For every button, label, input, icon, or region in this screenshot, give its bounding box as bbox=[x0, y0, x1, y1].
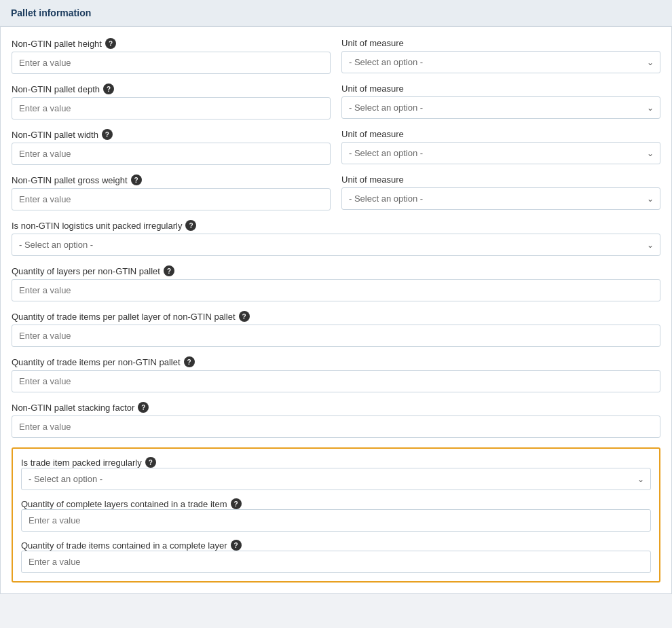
col-pallet-depth: Non-GTIN pallet depth ? bbox=[12, 84, 331, 119]
col-pallet-height: Non-GTIN pallet height ? bbox=[12, 38, 331, 74]
label-pallet-depth: Non-GTIN pallet depth ? bbox=[12, 84, 331, 94]
help-icon-trade-item-packed-irregularly[interactable]: ? bbox=[145, 457, 156, 468]
form-body: Non-GTIN pallet height ? Unit of measure… bbox=[0, 26, 672, 594]
select-wrapper-logistics-packed: - Select an option - ⌄ bbox=[12, 234, 660, 256]
label-logistics-packed-irregularly: Is non-GTIN logistics unit packed irregu… bbox=[12, 220, 660, 231]
select-trade-item-packed-irregularly[interactable]: - Select an option - bbox=[21, 468, 651, 490]
help-icon-quantity-complete-layers[interactable]: ? bbox=[231, 498, 242, 509]
label-trade-item-packed-irregularly: Is trade item packed irregularly ? bbox=[21, 457, 651, 468]
group-quantity-trade-items-complete-layer: Quantity of trade items contained in a c… bbox=[21, 540, 651, 573]
label-quantity-items-per-pallet: Quantity of trade items per non-GTIN pal… bbox=[12, 356, 660, 367]
col-pallet-width-unit: Unit of measure - Select an option - ⌄ bbox=[341, 129, 660, 164]
select-width-unit[interactable]: - Select an option - bbox=[341, 142, 660, 164]
label-pallet-gross-weight-unit: Unit of measure bbox=[341, 174, 660, 185]
label-pallet-depth-unit: Unit of measure bbox=[341, 84, 660, 94]
col-pallet-gross-weight-unit: Unit of measure - Select an option - ⌄ bbox=[341, 174, 660, 210]
help-icon-logistics-packed-irregularly[interactable]: ? bbox=[185, 220, 196, 231]
help-icon-quantity-trade-items-complete-layer[interactable]: ? bbox=[231, 540, 242, 551]
col-pallet-width: Non-GTIN pallet width ? bbox=[12, 129, 331, 165]
label-pallet-width-unit: Unit of measure bbox=[341, 129, 660, 139]
input-quantity-complete-layers[interactable] bbox=[21, 509, 651, 532]
col-pallet-gross-weight: Non-GTIN pallet gross weight ? bbox=[12, 174, 331, 210]
select-logistics-packed-irregularly[interactable]: - Select an option - bbox=[12, 234, 660, 256]
select-wrapper-depth-unit: - Select an option - ⌄ bbox=[341, 96, 660, 119]
label-pallet-height: Non-GTIN pallet height ? bbox=[12, 38, 331, 49]
help-icon-stacking-factor[interactable]: ? bbox=[138, 402, 149, 413]
row-quantity-layers: Quantity of layers per non-GTIN pallet ? bbox=[12, 265, 660, 301]
col-quantity-items-per-layer: Quantity of trade items per pallet layer… bbox=[12, 311, 660, 347]
help-icon-pallet-gross-weight[interactable]: ? bbox=[131, 174, 142, 185]
input-quantity-items-per-layer[interactable] bbox=[12, 325, 660, 347]
help-icon-quantity-items-per-pallet[interactable]: ? bbox=[184, 356, 195, 367]
section-header: Pallet information bbox=[0, 0, 672, 26]
row-quantity-items-per-layer: Quantity of trade items per pallet layer… bbox=[12, 311, 660, 347]
col-stacking-factor: Non-GTIN pallet stacking factor ? bbox=[12, 402, 660, 438]
input-pallet-width[interactable] bbox=[12, 143, 331, 165]
row-pallet-depth: Non-GTIN pallet depth ? Unit of measure … bbox=[12, 84, 660, 119]
label-quantity-layers: Quantity of layers per non-GTIN pallet ? bbox=[12, 265, 660, 276]
help-icon-pallet-height[interactable]: ? bbox=[105, 38, 116, 49]
label-pallet-gross-weight: Non-GTIN pallet gross weight ? bbox=[12, 174, 331, 185]
label-pallet-width: Non-GTIN pallet width ? bbox=[12, 129, 331, 140]
label-quantity-complete-layers: Quantity of complete layers contained in… bbox=[21, 498, 651, 509]
select-wrapper-trade-item-packed: - Select an option - ⌄ bbox=[21, 468, 651, 490]
section-title: Pallet information bbox=[11, 7, 91, 18]
col-logistics-packed-irregularly: Is non-GTIN logistics unit packed irregu… bbox=[12, 220, 660, 256]
col-pallet-depth-unit: Unit of measure - Select an option - ⌄ bbox=[341, 84, 660, 119]
help-icon-quantity-layers[interactable]: ? bbox=[164, 265, 174, 276]
label-stacking-factor: Non-GTIN pallet stacking factor ? bbox=[12, 402, 660, 413]
input-pallet-gross-weight[interactable] bbox=[12, 188, 331, 210]
col-quantity-items-per-pallet: Quantity of trade items per non-GTIN pal… bbox=[12, 356, 660, 392]
select-wrapper-height-unit: - Select an option - ⌄ bbox=[341, 51, 660, 73]
input-quantity-trade-items-complete-layer[interactable] bbox=[21, 551, 651, 573]
row-pallet-height: Non-GTIN pallet height ? Unit of measure… bbox=[12, 38, 660, 74]
row-logistics-packed-irregularly: Is non-GTIN logistics unit packed irregu… bbox=[12, 220, 660, 256]
help-icon-pallet-width[interactable]: ? bbox=[102, 129, 113, 140]
select-depth-unit[interactable]: - Select an option - bbox=[341, 96, 660, 119]
col-pallet-height-unit: Unit of measure - Select an option - ⌄ bbox=[341, 38, 660, 73]
label-quantity-items-per-layer: Quantity of trade items per pallet layer… bbox=[12, 311, 660, 322]
select-wrapper-width-unit: - Select an option - ⌄ bbox=[341, 142, 660, 164]
input-quantity-layers[interactable] bbox=[12, 279, 660, 301]
input-stacking-factor[interactable] bbox=[12, 415, 660, 438]
select-height-unit[interactable]: - Select an option - bbox=[341, 51, 660, 73]
input-pallet-height[interactable] bbox=[12, 52, 331, 74]
select-gross-weight-unit[interactable]: - Select an option - bbox=[341, 187, 660, 210]
label-pallet-height-unit: Unit of measure bbox=[341, 38, 660, 48]
group-quantity-complete-layers: Quantity of complete layers contained in… bbox=[21, 498, 651, 532]
col-quantity-layers: Quantity of layers per non-GTIN pallet ? bbox=[12, 265, 660, 301]
input-quantity-items-per-pallet[interactable] bbox=[12, 370, 660, 392]
row-stacking-factor: Non-GTIN pallet stacking factor ? bbox=[12, 402, 660, 438]
label-quantity-trade-items-complete-layer: Quantity of trade items contained in a c… bbox=[21, 540, 651, 551]
help-icon-pallet-depth[interactable]: ? bbox=[103, 84, 114, 94]
row-pallet-width: Non-GTIN pallet width ? Unit of measure … bbox=[12, 129, 660, 165]
select-wrapper-gross-weight-unit: - Select an option - ⌄ bbox=[341, 187, 660, 210]
page-container: Pallet information Non-GTIN pallet heigh… bbox=[0, 0, 672, 594]
help-icon-quantity-items-per-layer[interactable]: ? bbox=[239, 311, 250, 322]
input-pallet-depth[interactable] bbox=[12, 97, 331, 119]
row-quantity-items-per-pallet: Quantity of trade items per non-GTIN pal… bbox=[12, 356, 660, 392]
group-trade-item-packed-irregularly: Is trade item packed irregularly ? - Sel… bbox=[21, 457, 651, 490]
row-pallet-gross-weight: Non-GTIN pallet gross weight ? Unit of m… bbox=[12, 174, 660, 210]
highlight-section-trade-item: Is trade item packed irregularly ? - Sel… bbox=[12, 447, 660, 583]
